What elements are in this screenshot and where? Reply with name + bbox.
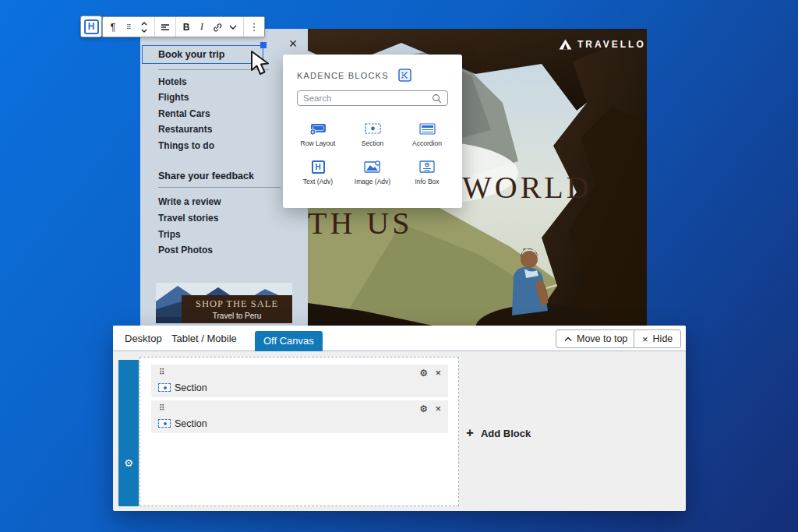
block-grid: Row Layout Section bbox=[291, 122, 454, 185]
section-row[interactable]: ⠿ ⚙ × Section bbox=[151, 400, 448, 433]
block-label: Info Box bbox=[415, 178, 439, 185]
menu-item-hotels[interactable]: Hotels bbox=[158, 76, 187, 87]
section-block-icon bbox=[158, 419, 171, 428]
section-row[interactable]: ⠿ ⚙ × Section bbox=[151, 365, 448, 397]
options-menu-icon[interactable]: ⋮ bbox=[246, 17, 262, 37]
text-adv-block-badge[interactable]: H bbox=[80, 16, 102, 37]
block-label: Accordion bbox=[412, 139, 442, 147]
move-to-top-label: Move to top bbox=[577, 333, 627, 344]
gear-icon: ⚙ bbox=[124, 457, 133, 469]
toolbar-group-options: ⋮ bbox=[243, 17, 264, 37]
hide-label: Hide bbox=[653, 333, 673, 344]
chevron-up-icon bbox=[564, 336, 572, 342]
image-adv-icon bbox=[364, 160, 381, 174]
plus-icon: + bbox=[466, 425, 474, 441]
drag-handle-icon[interactable]: ⠿ bbox=[159, 403, 164, 412]
add-block-button[interactable]: + Add Block bbox=[466, 425, 531, 441]
selected-menu-block[interactable]: Book your trip bbox=[142, 45, 263, 64]
close-icon[interactable]: × bbox=[435, 403, 441, 414]
mouse-cursor bbox=[249, 50, 271, 76]
sale-banner-title: SHOP THE SALE bbox=[196, 298, 278, 310]
drag-handle-icon[interactable]: ⠿ bbox=[159, 368, 164, 376]
sale-banner-subtitle: Travel to Peru bbox=[213, 312, 261, 320]
toolbar-group-block: ¶ ⠿ bbox=[103, 17, 154, 37]
block-row-layout[interactable]: Row Layout bbox=[291, 122, 345, 147]
text-adv-block-icon: H bbox=[84, 19, 99, 34]
close-icon: × bbox=[642, 333, 648, 345]
kadence-logo-icon bbox=[398, 69, 411, 82]
text-adv-icon: H bbox=[312, 160, 325, 174]
accordion-icon bbox=[419, 122, 436, 136]
sale-banner-text-box: SHOP THE SALE Travel to Peru bbox=[182, 295, 292, 323]
menu-divider bbox=[158, 187, 281, 188]
sale-banner-image[interactable]: SHOP THE SALE Travel to Peru bbox=[156, 283, 292, 323]
block-label: Text (Adv) bbox=[303, 178, 333, 185]
gear-icon[interactable]: ⚙ bbox=[419, 368, 428, 379]
close-icon[interactable]: × bbox=[285, 36, 301, 51]
section-block-icon bbox=[158, 383, 171, 392]
info-box-icon bbox=[419, 160, 435, 174]
block-mover-icon[interactable] bbox=[136, 17, 152, 37]
offcanvas-settings-sidebar[interactable]: ⚙ bbox=[118, 360, 139, 506]
menu-item-rental-cars[interactable]: Rental Cars bbox=[158, 108, 210, 119]
site-logo[interactable]: TRAVELLO bbox=[559, 39, 646, 50]
paragraph-icon[interactable]: ¶ bbox=[105, 17, 121, 37]
hero-headline-world: WORLD bbox=[462, 169, 592, 206]
kadence-block-inserter: KADENCE BLOCKS bbox=[283, 55, 462, 208]
block-search-input[interactable] bbox=[303, 93, 432, 103]
move-to-top-button[interactable]: Move to top bbox=[556, 329, 636, 348]
row-layout-icon bbox=[309, 122, 327, 136]
menu-item-write-a-review[interactable]: Write a review bbox=[158, 196, 221, 207]
chevron-down-icon[interactable] bbox=[225, 17, 241, 37]
inserter-title: KADENCE BLOCKS bbox=[297, 71, 389, 80]
section-icon bbox=[365, 122, 381, 136]
block-text-adv[interactable]: H Text (Adv) bbox=[291, 160, 345, 185]
block-search-box bbox=[297, 90, 448, 106]
menu-item-restaurants[interactable]: Restaurants bbox=[158, 124, 212, 135]
block-toolbar: ¶ ⠿ B I ⋮ bbox=[102, 16, 265, 37]
menu-item-trips[interactable]: Trips bbox=[158, 229, 181, 240]
section-row-label: Section bbox=[175, 382, 207, 393]
section-row-label: Section bbox=[175, 418, 207, 429]
brand-name: TRAVELLO bbox=[577, 39, 646, 50]
menu-item-flights[interactable]: Flights bbox=[158, 92, 189, 103]
search-icon bbox=[432, 93, 442, 104]
block-section[interactable]: Section bbox=[345, 122, 400, 147]
block-info-box[interactable]: Info Box bbox=[400, 160, 454, 185]
bold-button[interactable]: B bbox=[178, 17, 194, 37]
menu-heading-share-feedback: Share your feedback bbox=[158, 171, 254, 181]
toolbar-group-format: B I bbox=[175, 17, 243, 37]
close-icon[interactable]: × bbox=[435, 367, 441, 379]
add-block-label: Add Block bbox=[481, 428, 531, 439]
menu-item-things-to-do[interactable]: Things to do bbox=[158, 140, 214, 151]
offcanvas-content-area[interactable]: ⠿ ⚙ × Section ⠿ ⚙ × Section bbox=[139, 357, 459, 506]
drag-handle-icon[interactable]: ⠿ bbox=[121, 17, 136, 37]
offcanvas-settings-panel: Desktop Tablet / Mobile Off Canvas Move … bbox=[113, 326, 686, 511]
tab-tablet-mobile[interactable]: Tablet / Mobile bbox=[171, 326, 237, 351]
align-text-icon[interactable] bbox=[157, 17, 173, 37]
menu-item-travel-stories[interactable]: Travel stories bbox=[158, 213, 218, 224]
hide-button[interactable]: × Hide bbox=[634, 329, 681, 348]
italic-button[interactable]: I bbox=[194, 17, 210, 37]
hero-headline-with-us: TH US bbox=[308, 205, 412, 241]
block-label: Row Layout bbox=[301, 139, 336, 147]
screenshot-stage: × Book your trip Hotels Flights Rental C… bbox=[0, 0, 798, 532]
menu-item-book-your-trip[interactable]: Book your trip bbox=[143, 49, 224, 60]
tab-off-canvas[interactable]: Off Canvas bbox=[255, 331, 323, 351]
menu-item-post-photos[interactable]: Post Photos bbox=[158, 245, 213, 255]
tab-desktop[interactable]: Desktop bbox=[125, 326, 162, 351]
link-icon[interactable] bbox=[210, 17, 225, 37]
block-label: Image (Adv) bbox=[355, 178, 390, 185]
block-image-adv[interactable]: Image (Adv) bbox=[345, 160, 400, 185]
inserter-header: KADENCE BLOCKS bbox=[297, 69, 411, 82]
toolbar-group-align bbox=[154, 17, 175, 37]
gear-icon[interactable]: ⚙ bbox=[419, 403, 428, 414]
block-label: Section bbox=[362, 139, 383, 147]
panel-header: Desktop Tablet / Mobile Off Canvas Move … bbox=[113, 326, 686, 351]
block-accordion[interactable]: Accordion bbox=[400, 122, 454, 147]
tent-icon bbox=[559, 39, 572, 50]
selection-resize-handle[interactable] bbox=[260, 42, 267, 48]
